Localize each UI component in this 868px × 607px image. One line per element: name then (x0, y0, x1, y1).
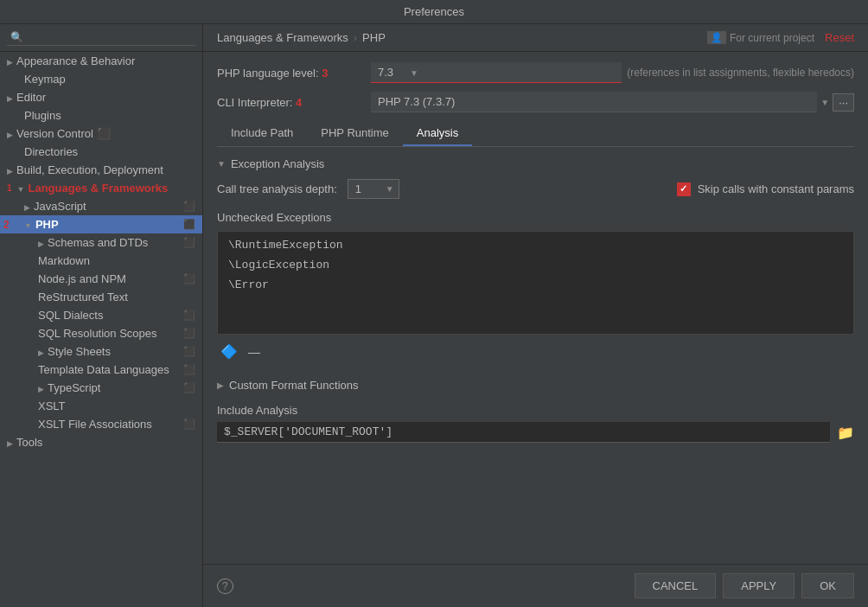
sidebar-item-label: XSLT File Associations (38, 418, 152, 431)
chevron-down-icon (24, 218, 32, 231)
sidebar-item-label: Languages & Frameworks (28, 182, 168, 195)
tab-php-runtime[interactable]: PHP Runtime (307, 121, 403, 146)
tab-analysis[interactable]: Analysis (403, 121, 472, 146)
sidebar-item-nodejs-npm[interactable]: Node.js and NPM ⬛ (0, 270, 202, 288)
exception-toolbar: 🔷 — (217, 338, 854, 365)
breadcrumb-separator: › (354, 31, 357, 44)
cli-label-text: CLI Interpreter: (217, 96, 292, 109)
php-step-marker: 2 (3, 219, 10, 231)
reset-button[interactable]: Reset (825, 31, 854, 44)
list-item[interactable]: \LogicException (228, 259, 843, 272)
cli-more-button[interactable]: ··· (833, 93, 854, 112)
call-tree-row: Call tree analysis depth: 1 2 3 ▼ Skip c… (217, 179, 854, 199)
sidebar-item-style-sheets[interactable]: Style Sheets ⬛ (0, 342, 202, 361)
unchecked-label: Unchecked Exceptions (217, 211, 854, 224)
sidebar-item-xslt-file-associations[interactable]: XSLT File Associations ⬛ (0, 415, 202, 433)
sidebar-item-typescript[interactable]: TypeScript ⬛ (0, 379, 202, 397)
skip-calls-label: Skip calls with constant params (698, 182, 854, 195)
sidebar-item-javascript[interactable]: JavaScript ⬛ (0, 197, 202, 215)
custom-format-toggle-icon[interactable]: ▶ (217, 380, 224, 390)
custom-format-header[interactable]: ▶ Custom Format Functions (217, 375, 854, 395)
sidebar-item-build[interactable]: Build, Execution, Deployment (0, 161, 202, 179)
sidebar-item-languages[interactable]: 1 Languages & Frameworks (0, 179, 202, 197)
browse-folder-button[interactable]: 📁 (837, 425, 854, 441)
sidebar-item-label: SQL Dialects (38, 309, 103, 322)
step-4-marker: 4 (296, 96, 302, 109)
skip-calls-checkbox[interactable] (677, 182, 691, 196)
schemas-badge-icon: ⬛ (183, 237, 195, 248)
sidebar-item-label: Appearance & Behavior (16, 54, 135, 67)
sidebar-item-directories[interactable]: Directories (0, 143, 202, 161)
search-input[interactable] (7, 29, 195, 46)
sidebar-item-plugins[interactable]: Plugins (0, 106, 202, 125)
sidebar-item-php[interactable]: 2 PHP ⬛ (0, 215, 202, 233)
sidebar-item-label: Node.js and NPM (38, 272, 126, 285)
breadcrumb-php: PHP (362, 31, 386, 44)
sidebar-item-keymap[interactable]: Keymap (0, 70, 202, 88)
list-item[interactable]: \Error (228, 278, 843, 291)
sidebar-item-sql-resolution-scopes[interactable]: SQL Resolution Scopes ⬛ (0, 324, 202, 342)
sidebar-item-xslt[interactable]: XSLT (0, 397, 202, 415)
add-exception-button[interactable]: 🔷 (217, 342, 241, 361)
step-3-marker: 3 (322, 67, 328, 80)
sidebar-item-sql-dialects[interactable]: SQL Dialects ⬛ (0, 306, 202, 324)
cli-interpreter-label: CLI Interpreter: 4 (217, 96, 364, 109)
sidebar-item-label: Style Sheets (48, 345, 111, 358)
remove-exception-button[interactable]: — (245, 342, 264, 361)
apply-button[interactable]: APPLY (723, 573, 795, 598)
chevron-right-icon (7, 436, 13, 449)
list-item[interactable]: \RuntimeException (228, 239, 843, 252)
footer-buttons: CANCEL APPLY OK (635, 573, 855, 598)
languages-marker: 1 (7, 183, 12, 193)
language-level-dropdown-container: 7.3 (references in list assignments, fle… (371, 62, 854, 83)
window-title: Preferences (404, 5, 464, 18)
chevron-right-icon (7, 91, 13, 104)
cancel-button[interactable]: CANCEL (635, 573, 717, 598)
sidebar-item-editor[interactable]: Editor (0, 88, 202, 106)
main-content: Languages & Frameworks › PHP 👤 For curre… (203, 24, 868, 607)
sql-dialects-badge-icon: ⬛ (183, 310, 195, 321)
exception-analysis-label: Exception Analysis (231, 157, 324, 170)
search-bar[interactable] (0, 24, 202, 52)
header-right: 👤 For current project Reset (707, 31, 854, 44)
php-version-info: (references in list assignments, flexibl… (627, 67, 854, 79)
help-circle-icon: ? (217, 578, 233, 594)
tab-include-path[interactable]: Include Path (217, 121, 307, 146)
cli-interpreter-select[interactable]: PHP 7.3 (7.3.7) (371, 92, 817, 112)
sidebar-item-schemas-dtds[interactable]: Schemas and DTDs ⬛ (0, 233, 202, 252)
section-toggle-icon[interactable]: ▼ (217, 159, 226, 169)
language-level-select[interactable]: 7.3 (371, 62, 622, 83)
include-analysis-input[interactable] (217, 422, 830, 443)
sidebar-item-version-control[interactable]: Version Control ⬛ (0, 125, 202, 143)
sidebar-item-tools[interactable]: Tools (0, 433, 202, 451)
sidebar-item-markdown[interactable]: Markdown (0, 252, 202, 270)
sidebar-item-label: ReStructured Text (38, 291, 128, 304)
for-project-label: For current project (730, 32, 814, 44)
language-level-row: PHP language level: 3 7.3 (references in… (217, 62, 854, 83)
sidebar-item-label: Template Data Languages (38, 363, 169, 376)
typescript-badge-icon: ⬛ (183, 382, 195, 393)
help-icon[interactable]: ? (217, 579, 233, 592)
nodejs-badge-icon: ⬛ (183, 273, 195, 284)
sidebar-item-appearance[interactable]: Appearance & Behavior (0, 52, 202, 70)
sidebar-item-label: JavaScript (34, 200, 86, 213)
sidebar-item-label: Directories (24, 145, 78, 158)
cli-interpreter-row: CLI Interpreter: 4 PHP 7.3 (7.3.7) ▼ ··· (217, 92, 854, 112)
language-level-label: PHP language level: 3 (217, 67, 364, 80)
template-badge-icon: ⬛ (183, 364, 195, 375)
sidebar-item-restructured-text[interactable]: ReStructured Text (0, 288, 202, 306)
sidebar-item-template-data-languages[interactable]: Template Data Languages ⬛ (0, 361, 202, 379)
for-project[interactable]: 👤 For current project (707, 31, 814, 44)
sidebar-item-label: Build, Execution, Deployment (16, 163, 163, 176)
chevron-right-icon (7, 163, 13, 176)
chevron-right-icon (38, 345, 44, 358)
chevron-right-icon (7, 54, 13, 67)
ok-button[interactable]: OK (801, 573, 854, 598)
php-badge-icon: ⬛ (183, 219, 195, 230)
stylesheets-badge-icon: ⬛ (183, 346, 195, 357)
settings-body: PHP language level: 3 7.3 (references in… (203, 52, 868, 564)
chevron-right-icon (24, 200, 30, 213)
cli-dropdown-arrow-icon: ▼ (820, 98, 829, 107)
sidebar-item-label: Markdown (38, 254, 90, 267)
language-level-text: PHP language level: (217, 67, 319, 80)
